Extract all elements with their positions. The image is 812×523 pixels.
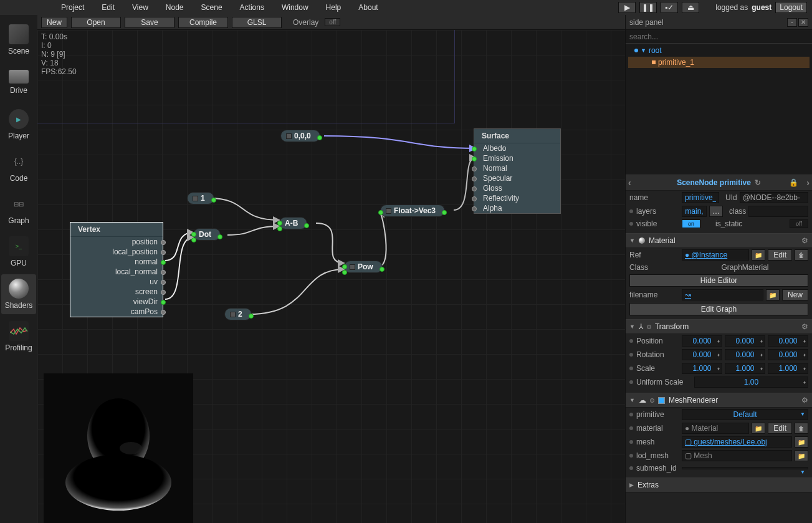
pos-x[interactable]: 0.000 bbox=[682, 335, 722, 347]
lock-icon[interactable]: 🔒 bbox=[789, 178, 798, 187]
port-in[interactable] bbox=[277, 221, 282, 226]
new-button[interactable]: New bbox=[782, 289, 808, 300]
section-extras[interactable]: ▶ Extras bbox=[626, 477, 812, 492]
pause-button[interactable]: ❚❚ bbox=[639, 2, 657, 13]
menu-scene[interactable]: Scene bbox=[201, 3, 222, 12]
color-box[interactable] bbox=[658, 397, 665, 404]
folder-button[interactable] bbox=[795, 450, 808, 461]
menu-edit[interactable]: Edit bbox=[102, 3, 115, 12]
gear-icon[interactable]: ⚙ bbox=[801, 322, 808, 331]
lod-value[interactable]: ▢ Mesh bbox=[682, 450, 792, 461]
gear-icon[interactable]: ⚙ bbox=[801, 396, 808, 405]
search-input[interactable] bbox=[626, 30, 812, 44]
port-out[interactable] bbox=[161, 280, 166, 285]
tree-item-root[interactable]: ▼ root bbox=[628, 45, 810, 56]
pos-z[interactable]: 0.000 bbox=[768, 335, 808, 347]
checkbox-icon[interactable] bbox=[286, 133, 292, 139]
nav-scene[interactable]: Scene bbox=[1, 20, 36, 60]
node-canvas[interactable]: T: 0.00sI: 0N: 9 [9]V: 18FPS:62.50 bbox=[37, 30, 625, 523]
menu-node[interactable]: Node bbox=[166, 3, 184, 12]
new-button[interactable]: New bbox=[41, 17, 67, 28]
menu-window[interactable]: Window bbox=[282, 3, 308, 12]
trash-button[interactable] bbox=[795, 423, 808, 434]
port-in[interactable] bbox=[191, 238, 196, 242]
tree-item-primitive[interactable]: primitive_1 bbox=[628, 57, 810, 68]
layers-more-button[interactable]: … bbox=[709, 206, 723, 217]
menu-actions[interactable]: Actions bbox=[240, 3, 264, 12]
class-input[interactable] bbox=[748, 206, 808, 217]
checkbox-icon[interactable] bbox=[386, 208, 391, 214]
hide-editor-button[interactable]: Hide Editor bbox=[629, 274, 808, 287]
confirm-button[interactable]: ▪✓ bbox=[661, 2, 678, 13]
nav-gpu[interactable]: GPU bbox=[1, 232, 36, 272]
checkbox-icon[interactable] bbox=[230, 312, 236, 317]
rot-y[interactable]: 0.000 bbox=[725, 349, 765, 360]
node-a-minus-b[interactable]: A-B bbox=[279, 217, 307, 229]
menu-about[interactable]: About bbox=[358, 3, 378, 12]
port-out[interactable] bbox=[249, 314, 254, 319]
uniform-scale[interactable]: 1.00 bbox=[694, 377, 808, 388]
nav-player[interactable]: Player bbox=[1, 105, 36, 145]
section-transform[interactable]: ▼ ⅄ Transform ⚙ bbox=[626, 319, 812, 334]
section-material[interactable]: ▼ Material ⚙ bbox=[626, 233, 812, 248]
folder-button[interactable] bbox=[795, 436, 808, 448]
port-in[interactable] bbox=[472, 156, 477, 161]
edit-button[interactable]: Edit bbox=[768, 249, 792, 261]
port-out[interactable] bbox=[161, 270, 166, 275]
name-input[interactable] bbox=[682, 192, 719, 203]
node-surface[interactable]: Surface AlbedoEmissionNormalSpecularGlos… bbox=[474, 128, 561, 214]
nav-code[interactable]: Code bbox=[1, 147, 36, 187]
rot-z[interactable]: 0.000 bbox=[768, 349, 808, 360]
submesh-dropdown[interactable] bbox=[682, 467, 808, 469]
node-const-1[interactable]: 1 bbox=[187, 192, 214, 204]
section-meshrenderer[interactable]: ▼ ☁ MeshRenderer ⚙ bbox=[626, 393, 812, 408]
overlay-toggle[interactable]: off bbox=[325, 18, 340, 26]
save-button[interactable]: Save bbox=[125, 17, 174, 28]
node-float-to-vec3[interactable]: Float->Vec3 bbox=[380, 204, 445, 217]
port-out[interactable] bbox=[161, 260, 166, 265]
folder-button[interactable] bbox=[752, 423, 765, 434]
port-in[interactable] bbox=[342, 270, 347, 275]
open-button[interactable]: Open bbox=[71, 17, 121, 28]
port-out[interactable] bbox=[161, 250, 166, 255]
port-out[interactable] bbox=[161, 300, 166, 305]
port-in[interactable] bbox=[472, 166, 477, 171]
scale-y[interactable]: 1.000 bbox=[725, 363, 765, 374]
menu-help[interactable]: Help bbox=[326, 3, 342, 12]
node-dot[interactable]: Dot bbox=[193, 228, 221, 241]
port-in[interactable] bbox=[472, 146, 477, 151]
port-in[interactable] bbox=[472, 206, 477, 211]
checkbox-icon[interactable] bbox=[193, 196, 198, 201]
port-in[interactable] bbox=[277, 226, 282, 231]
mesh-link[interactable]: ▢ guest/meshes/Lee.obj bbox=[682, 436, 792, 448]
port-in[interactable] bbox=[472, 196, 477, 201]
port-in[interactable] bbox=[472, 176, 477, 181]
node-const-000[interactable]: 0,0,0 bbox=[280, 130, 320, 142]
is-static-toggle[interactable]: off bbox=[790, 219, 808, 228]
port-in[interactable] bbox=[378, 210, 383, 215]
port-in[interactable] bbox=[342, 264, 347, 269]
material-value[interactable]: ● Material bbox=[682, 423, 749, 434]
scene-tree[interactable]: ▼ root primitive_1 bbox=[626, 44, 812, 175]
port-out[interactable] bbox=[317, 135, 322, 140]
layers-input[interactable] bbox=[682, 206, 707, 217]
edit-graph-button[interactable]: Edit Graph bbox=[629, 303, 808, 315]
port-out[interactable] bbox=[211, 198, 216, 203]
trash-button[interactable] bbox=[795, 249, 808, 261]
nav-drive[interactable]: Drive bbox=[1, 62, 36, 102]
glsl-button[interactable]: GLSL bbox=[232, 17, 282, 28]
node-vertex[interactable]: Vertex positionlocal_positionnormallocal… bbox=[70, 222, 163, 317]
scale-z[interactable]: 1.000 bbox=[768, 363, 808, 374]
scale-x[interactable]: 1.000 bbox=[682, 363, 722, 374]
filename-link[interactable]: ↝ guest/projects/features/s bbox=[682, 289, 763, 300]
ref-link[interactable]: ● @Instance bbox=[682, 249, 749, 261]
edit-button[interactable]: Edit bbox=[768, 423, 792, 434]
port-in[interactable] bbox=[191, 232, 196, 237]
port-out[interactable] bbox=[304, 223, 309, 228]
folder-button[interactable] bbox=[752, 249, 765, 261]
eject-button[interactable]: ⏏ bbox=[682, 2, 699, 13]
menu-project[interactable]: Project bbox=[61, 3, 84, 12]
visible-toggle[interactable]: on bbox=[682, 219, 700, 228]
port-in[interactable] bbox=[472, 186, 477, 191]
rot-x[interactable]: 0.000 bbox=[682, 349, 722, 360]
